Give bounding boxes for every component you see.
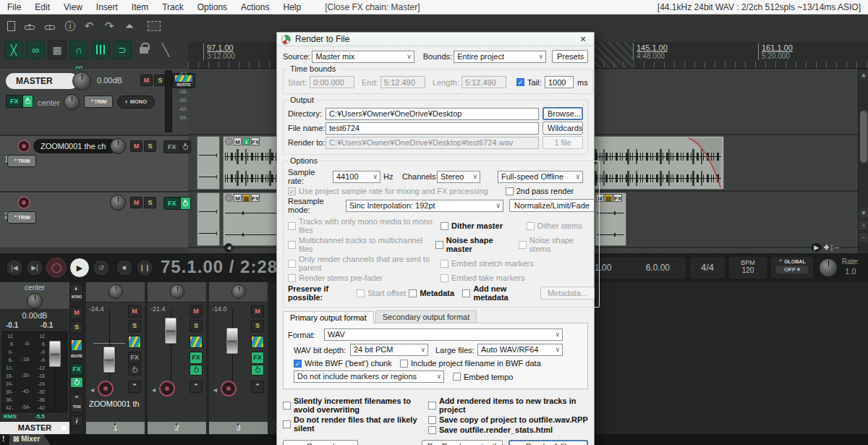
track-pan-knob[interactable] [110, 195, 126, 211]
strip-pan-knob[interactable] [231, 284, 246, 299]
item-properties-icon[interactable] [225, 194, 233, 202]
largefiles-select[interactable]: Auto WAV/RF64 [477, 344, 563, 356]
strip-trim-button[interactable]: ⌃ [251, 381, 264, 393]
strip-record-arm[interactable] [221, 381, 237, 397]
menu-actions[interactable]: Actions [241, 2, 269, 12]
markers-select[interactable]: Do not include markers or regions [294, 370, 444, 383]
metronome-icon[interactable]: ⏶ [122, 19, 137, 33]
global-automation-mode[interactable]: OFF ▾ [775, 266, 809, 274]
increment-filenames-checkbox[interactable] [283, 402, 291, 410]
master-pan-knob[interactable] [64, 94, 80, 110]
render-speed-select[interactable]: Full-speed Offline [498, 171, 583, 183]
item-mute-button[interactable]: M [234, 137, 242, 145]
mixer-tab[interactable]: ⊠ Mixer [9, 434, 50, 445]
new-project-icon[interactable] [3, 19, 19, 33]
vertical-scrollbar[interactable]: ▲ ▼ + − [858, 69, 868, 253]
strip-pan-knob[interactable] [109, 284, 123, 299]
item-mute-button[interactable]: M [234, 194, 242, 202]
time-signature-display[interactable]: 4/4 [690, 257, 725, 279]
track-mute-button[interactable]: M [130, 140, 142, 152]
item-fx-button[interactable]: FX [251, 194, 260, 202]
normalize-button[interactable]: Normalize/Limit/Fade [509, 199, 595, 212]
master-info-button[interactable]: i [70, 415, 83, 426]
dither-master-checkbox[interactable] [441, 222, 448, 230]
open-project-icon[interactable]: ↑ [22, 19, 38, 33]
strip-record-arm[interactable] [98, 381, 114, 397]
strip-route-button[interactable] [190, 336, 203, 348]
save-copy-checkbox[interactable] [428, 416, 436, 424]
redo-icon[interactable]: ↷ [101, 19, 117, 33]
track-solo-button[interactable]: S [144, 140, 156, 152]
fx-power-icon[interactable] [183, 201, 188, 206]
master-strip-grip[interactable] [61, 425, 67, 431]
track-name[interactable]: ZOOM0001 the ch [33, 139, 119, 153]
strip-track-name[interactable]: ZOOM0001 th [89, 399, 144, 408]
pause-button[interactable]: ❙❙ [136, 259, 153, 276]
arrange-zoom-controls[interactable]: ▶ ✚ | ─ [811, 244, 839, 251]
tab-secondary-format[interactable]: Secondary output format [375, 310, 477, 323]
master-mute-button[interactable]: M [70, 307, 83, 319]
play-button[interactable]: ▶ [69, 258, 90, 278]
speaker-icon[interactable]: ◄ [150, 386, 157, 394]
strip-fx-button[interactable]: FX [251, 352, 264, 364]
menu-item[interactable]: Item [132, 2, 148, 12]
item-properties-icon[interactable] [225, 137, 233, 145]
tail-ms-field[interactable] [545, 76, 574, 88]
mixer-strip-1[interactable]: -24.4 M S FX ⌃ ◄ ZOOM0001 th ▾1 [86, 282, 146, 434]
dry-run-button[interactable]: Dry Run (no output) [422, 440, 503, 445]
fade-out-curve[interactable] [686, 137, 723, 189]
dialog-titlebar[interactable]: Render to File × [277, 33, 594, 46]
scroll-up-icon[interactable]: ▲ [859, 70, 868, 80]
master-track-panel[interactable]: MASTER 0.00dB M S ROUTE FX center ⌃TRIM … [0, 69, 188, 135]
track-fx-button[interactable]: FX [163, 140, 191, 153]
master-route-button[interactable]: ROUTE [70, 339, 83, 359]
media-item[interactable] [197, 136, 220, 190]
noise-shape-master-checkbox[interactable] [435, 241, 443, 249]
strip-route-button[interactable] [251, 336, 264, 348]
marquee-select-icon[interactable] [146, 19, 162, 33]
zoom-in-icon[interactable]: ✚ [824, 244, 831, 251]
bounds-select[interactable]: Entire project [454, 51, 546, 63]
strip-fx-power-button[interactable] [190, 365, 203, 376]
metadata-checkbox[interactable] [409, 289, 417, 297]
strip-trim-button[interactable]: ⌃ [190, 381, 203, 393]
item-group-icon[interactable]: ▨ [605, 194, 613, 202]
strip-solo-button[interactable]: S [251, 320, 264, 332]
master-mono-button[interactable]: ◐MONO [70, 284, 83, 302]
mixer-strip-3[interactable]: -14.0 M S FX ⌃ ◄ ▾3 [209, 282, 269, 434]
strip-trim-button[interactable]: ⌃ [128, 381, 141, 393]
strip-solo-button[interactable]: S [128, 320, 141, 332]
ripple-edit-toggle-icon[interactable] [91, 41, 110, 59]
mixer-strip-2[interactable]: -21.4 M S FX ⌃ ◄ ▾2 [148, 282, 208, 434]
item-notes-icon[interactable]: i [242, 137, 250, 145]
master-trim-button[interactable]: ⌃TRIM [70, 394, 83, 412]
menu-track[interactable]: Track [162, 2, 184, 12]
save-stats-checkbox[interactable] [428, 426, 436, 434]
track-pan-knob[interactable] [110, 138, 126, 154]
scroll-down-icon[interactable]: ▼ [859, 208, 868, 218]
strip-fx-power-button[interactable] [251, 365, 264, 376]
playrate-display[interactable]: Rate:1.0 [842, 258, 859, 276]
master-fx-button[interactable]: FX [6, 95, 33, 108]
record-button[interactable]: ◯ [46, 258, 67, 278]
directory-field[interactable] [326, 108, 539, 120]
strip-mute-button[interactable]: M [251, 305, 264, 318]
strip-fader[interactable] [164, 317, 177, 344]
master-solo-button[interactable]: S [70, 321, 83, 334]
tab-primary-format[interactable]: Primary output format [283, 311, 374, 323]
menu-help[interactable]: Help [283, 2, 301, 12]
repeat-button[interactable]: ↺ [93, 259, 110, 276]
track-fx-button[interactable]: FX [163, 197, 191, 210]
undo-icon[interactable]: ↶ [81, 19, 97, 33]
master-volume-knob[interactable] [72, 72, 91, 90]
master-fx-button[interactable]: FX [70, 363, 83, 376]
stop-button[interactable]: ■ [116, 259, 133, 276]
track-trim-button[interactable]: ⌃TRIM [7, 211, 36, 224]
master-track-label[interactable]: MASTER [6, 73, 78, 89]
save-project-icon[interactable]: ↓ [42, 19, 58, 33]
strip-fx-button[interactable]: FX [128, 352, 141, 364]
media-item[interactable] [197, 192, 220, 246]
strip-solo-button[interactable]: S [190, 320, 203, 332]
wildcards-button[interactable]: Wildcards [542, 122, 583, 135]
item-group-icon[interactable]: ▨ [242, 194, 250, 202]
